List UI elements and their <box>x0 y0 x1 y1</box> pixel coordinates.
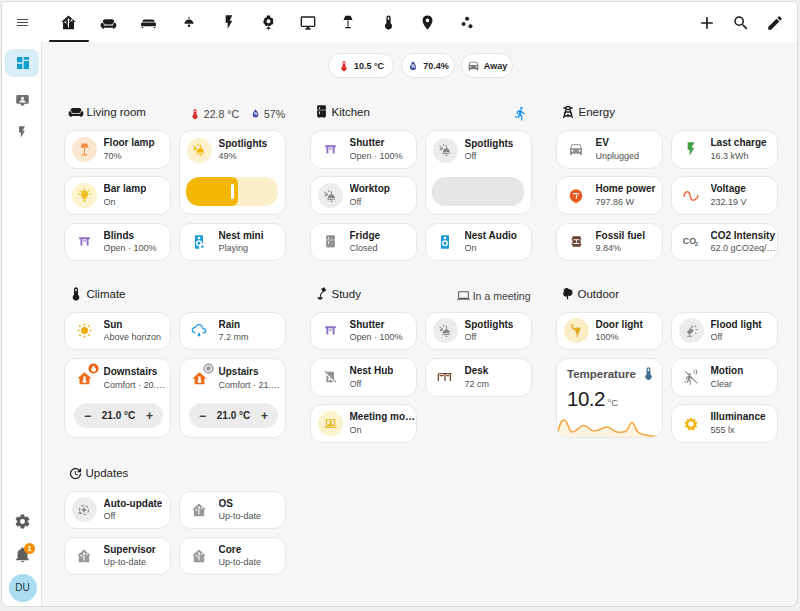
svg-text:%: % <box>411 64 415 69</box>
svg-text:%: % <box>254 111 258 116</box>
svg-text:2: 2 <box>694 242 698 248</box>
